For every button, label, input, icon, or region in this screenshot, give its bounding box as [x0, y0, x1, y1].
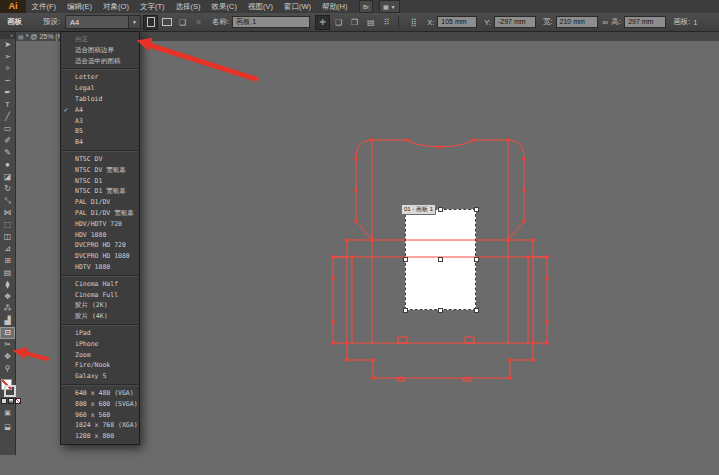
width-tool[interactable]: ⋈ [0, 207, 15, 219]
preset-option[interactable]: HDV 1080 [61, 230, 139, 241]
height-input[interactable]: 297 mm [624, 16, 666, 28]
hand-tool[interactable]: ✥ [0, 351, 15, 363]
preset-option[interactable]: HDV/HDTV 720 [61, 219, 139, 230]
preset-option[interactable]: 适合选中的图稿 [61, 56, 139, 67]
menu-item[interactable]: 帮助(H) [317, 0, 353, 13]
gradient-tool[interactable]: ▤ [0, 267, 15, 279]
preset-option[interactable]: 自定 [61, 34, 139, 45]
type-tool[interactable]: T [0, 99, 15, 111]
preset-option[interactable]: NTSC D1 [61, 176, 139, 187]
column-graph-tool[interactable]: ▟ [0, 315, 15, 327]
free-transform-tool[interactable]: ⬚ [0, 219, 15, 231]
preset-option[interactable]: DVCPRO HD 1080 [61, 251, 139, 262]
line-segment-tool[interactable]: ╱ [0, 111, 15, 123]
preset-option[interactable]: 800 x 600 (SVGA) [61, 399, 139, 410]
preset-option[interactable]: 960 x 560 [61, 410, 139, 421]
preset-option[interactable]: iPad [61, 328, 139, 339]
blob-brush-tool[interactable]: ● [0, 159, 15, 171]
preset-option[interactable]: ✓A4 [61, 105, 139, 116]
menu-item[interactable]: 对象(O) [98, 0, 135, 13]
drawing-mode-button[interactable]: ▣ [0, 409, 15, 417]
eraser-tool[interactable]: ◪ [0, 171, 15, 183]
preset-option[interactable]: Letter [61, 72, 139, 83]
preset-option[interactable]: NTSC D1 宽银幕 [61, 186, 139, 197]
preset-option[interactable]: Zoom [61, 350, 139, 361]
preset-option[interactable]: 胶片 (2K) [61, 300, 139, 311]
preset-option[interactable]: NTSC DV 宽银幕 [61, 165, 139, 176]
new-artboard-button[interactable]: ❏ [176, 16, 189, 29]
chevron-down-icon[interactable]: ▼ [128, 16, 140, 28]
direct-selection-tool[interactable]: ➢ [0, 51, 15, 63]
scale-tool[interactable]: ⤡ [0, 195, 15, 207]
artboard-handle[interactable] [403, 308, 408, 313]
pen-tool[interactable]: ✒ [0, 87, 15, 99]
symbol-sprayer-tool[interactable]: ⁂ [0, 303, 15, 315]
menu-item[interactable]: 效果(C) [206, 0, 242, 13]
tools-panel-collapse-handle[interactable]: » [0, 31, 15, 39]
artboard-handle[interactable] [403, 257, 408, 262]
artboard-handle[interactable] [474, 257, 479, 262]
menu-item[interactable]: 窗口(W) [278, 0, 316, 13]
show-video-safe-button[interactable]: ▤ [364, 16, 377, 29]
preset-option[interactable]: PAL D1/DV 宽银幕 [61, 208, 139, 219]
x-input[interactable]: 105 mm [437, 16, 477, 28]
preset-option[interactable]: HDTV 1080 [61, 262, 139, 273]
shape-builder-tool[interactable]: ◫ [0, 231, 15, 243]
preset-option[interactable]: Cinema Half [61, 279, 139, 290]
preset-option[interactable]: iPhone [61, 339, 139, 350]
preset-option[interactable]: 适合图稿边界 [61, 45, 139, 56]
slice-tool[interactable]: ✂ [0, 339, 15, 351]
width-input[interactable]: 210 mm [556, 16, 598, 28]
preset-option[interactable]: B4 [61, 137, 139, 148]
arrange-documents-button[interactable]: ▦ ▼ [379, 0, 400, 13]
artboard-handle[interactable] [474, 308, 479, 313]
rectangle-tool[interactable]: ▭ [0, 123, 15, 135]
artboard-tool[interactable]: ⊡ [0, 327, 15, 339]
none-button[interactable] [15, 398, 21, 404]
color-button[interactable] [1, 398, 7, 404]
preset-option[interactable]: 1280 x 800 [61, 431, 139, 442]
pencil-tool[interactable]: ✎ [0, 147, 15, 159]
preset-option[interactable]: Fire/Nook [61, 360, 139, 371]
menu-item[interactable]: 文件(F) [26, 0, 62, 13]
show-center-mark-button[interactable]: ❏ [332, 16, 345, 29]
move-artboard-button[interactable]: ✛ [316, 16, 329, 29]
menu-item[interactable]: 编辑(E) [62, 0, 98, 13]
orientation-landscape-button[interactable] [160, 16, 173, 29]
artboard-handle[interactable] [438, 308, 443, 313]
perspective-grid-tool[interactable]: ⊿ [0, 243, 15, 255]
menu-item[interactable]: 选择(S) [170, 0, 206, 13]
preset-option[interactable]: 1024 x 768 (XGA) [61, 420, 139, 431]
preset-option[interactable]: 640 x 480 (VGA) [61, 388, 139, 399]
paintbrush-tool[interactable]: ✐ [0, 135, 15, 147]
lasso-tool[interactable]: ∽ [0, 75, 15, 87]
gradient-button[interactable] [8, 398, 14, 404]
constrain-proportions-button[interactable]: ∞ [599, 16, 612, 29]
preset-option[interactable]: DVCPRO HD 720 [61, 240, 139, 251]
rotate-tool[interactable]: ↻ [0, 183, 15, 195]
show-cross-hairs-button[interactable]: ❐ [348, 16, 361, 29]
menu-item[interactable]: 视图(V) [242, 0, 278, 13]
mesh-tool[interactable]: ⊞ [0, 255, 15, 267]
zoom-tool[interactable]: ⚲ [0, 363, 15, 375]
preset-option[interactable]: 胶片 (4K) [61, 311, 139, 322]
preset-option[interactable]: Galaxy S [61, 371, 139, 382]
screen-mode-button[interactable]: ⬓ [0, 423, 15, 431]
bridge-button[interactable]: Br [359, 0, 373, 13]
selection-tool[interactable]: ➤ [0, 39, 15, 51]
artboard-handle[interactable] [438, 207, 443, 212]
preset-option[interactable]: Cinema Full [61, 290, 139, 301]
preset-option[interactable]: Tabloid [61, 94, 139, 105]
delete-artboard-button[interactable]: ✕ [192, 16, 205, 29]
reference-point-widget[interactable]: ⣿ [407, 16, 420, 29]
artboard-handle[interactable] [474, 207, 479, 212]
menu-item[interactable]: 文字(T) [134, 0, 170, 13]
magic-wand-tool[interactable]: ✧ [0, 63, 15, 75]
eyedropper-tool[interactable]: ⧫ [0, 279, 15, 291]
stroke-color-swatch[interactable] [4, 385, 16, 397]
artboard-options-button[interactable]: ⠿ [380, 16, 393, 29]
preset-option[interactable]: A3 [61, 116, 139, 127]
preset-option[interactable]: PAL D1/DV [61, 197, 139, 208]
artboard-name-input[interactable]: 画板 1 [232, 16, 310, 28]
app-logo[interactable]: Ai [0, 0, 26, 13]
